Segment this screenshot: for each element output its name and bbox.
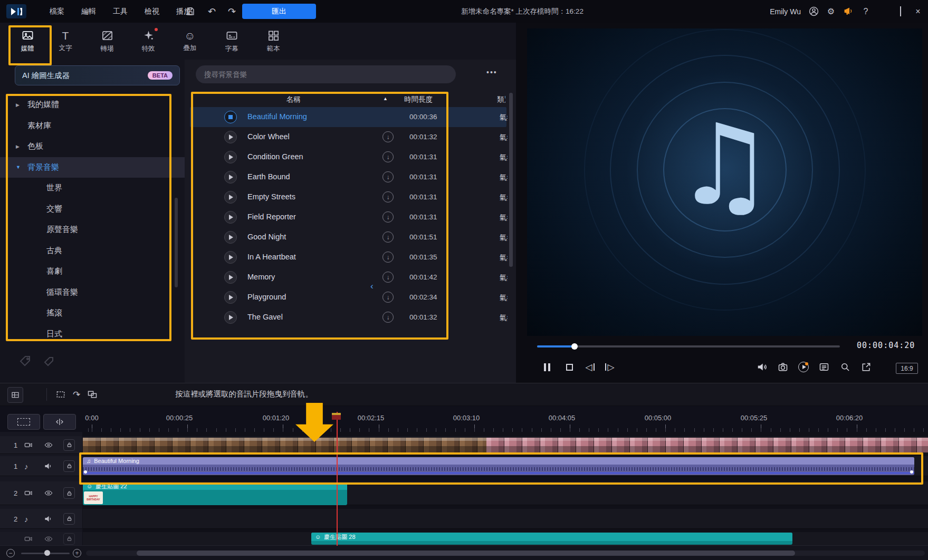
settings-gear-icon[interactable]: ⚙	[826, 6, 836, 16]
tab-text[interactable]: T 文字	[46, 26, 84, 56]
undo-icon[interactable]: ↶	[208, 0, 216, 23]
user-avatar-icon[interactable]	[809, 6, 818, 16]
timeline-ruler[interactable]: 0:00 00:00:25 00:01:20 00:02:15 00:03:10…	[83, 412, 928, 432]
sidebar-item-japanese[interactable]: 日式	[0, 324, 185, 345]
volume-icon[interactable]	[755, 361, 769, 373]
video-clip-thumbnails-wood[interactable]	[83, 438, 486, 452]
music-row[interactable]: Color Wheel ↓ 00:01:32 氣氛	[190, 127, 506, 147]
stop-button[interactable]	[224, 111, 237, 123]
download-icon[interactable]: ↓	[382, 312, 394, 323]
music-row[interactable]: The Gavel ↓ 00:01:32 氣氛	[190, 307, 506, 327]
sidebar-item-my-media[interactable]: ▶ 我的媒體	[0, 94, 185, 115]
menu-play[interactable]: 播放	[168, 7, 199, 16]
undock-window-icon[interactable]	[859, 361, 873, 373]
play-button[interactable]	[224, 231, 237, 244]
tab-template[interactable]: 範本	[254, 26, 292, 56]
play-button[interactable]	[224, 251, 237, 264]
music-row-beautiful-morning[interactable]: Beautiful Morning 00:00:36 氣氛	[190, 107, 506, 127]
download-icon[interactable]: ↓	[382, 211, 394, 223]
tab-transition[interactable]: 轉場	[88, 26, 126, 56]
lock-track-button[interactable]	[63, 460, 75, 472]
speaker-mute-icon[interactable]	[44, 515, 53, 523]
sidebar-item-background-music[interactable]: ▼ 背景音樂	[0, 157, 185, 178]
snapshot-camera-icon[interactable]	[776, 361, 790, 373]
menu-edit[interactable]: 編輯	[73, 7, 104, 16]
tab-media[interactable]: 媒體	[8, 26, 46, 56]
music-row[interactable]: Playground ↓ 00:02:34 氣氛	[190, 287, 506, 307]
track-header-audio-1[interactable]: 1 ♪	[0, 456, 82, 476]
megaphone-icon[interactable]	[844, 6, 853, 16]
horizontal-scrollbar-thumb[interactable]	[137, 551, 795, 556]
lock-track-button[interactable]	[63, 533, 75, 545]
arrange-clips-icon[interactable]: ↷	[70, 388, 83, 401]
stop-button[interactable]	[562, 361, 576, 373]
maximize-icon[interactable]	[896, 7, 905, 16]
aspect-ratio-badge[interactable]: 16:9	[896, 363, 918, 374]
tag-outline-icon[interactable]	[42, 355, 55, 368]
music-row[interactable]: Good Night ↓ 00:01:51 氣氛	[190, 227, 506, 247]
sort-ascending-icon[interactable]: ▲	[383, 96, 388, 101]
tab-overlay[interactable]: ☺ 疊加	[171, 26, 209, 56]
audio-track-2-lane[interactable]	[83, 509, 928, 529]
track-manager-button[interactable]	[7, 387, 23, 403]
music-row[interactable]: In A Heartbeat ↓ 00:01:35 氣氛	[190, 247, 506, 267]
sidebar-item-color-boards[interactable]: ▶ 色板	[0, 136, 185, 157]
lock-track-button[interactable]	[63, 513, 75, 525]
preview-quality-list-icon[interactable]	[817, 361, 831, 373]
menu-view[interactable]: 檢視	[136, 7, 168, 16]
sticker-clip-22[interactable]: ☺慶生貼圖 22 HAPPY BIRTHDAY	[83, 482, 347, 505]
tab-subtitle[interactable]: 字幕	[213, 26, 251, 56]
sidebar-item-symphony[interactable]: 交響	[0, 199, 185, 220]
save-icon[interactable]	[186, 0, 195, 23]
download-icon[interactable]: ↓	[382, 171, 394, 182]
sidebar-item-classical[interactable]: 古典	[0, 240, 185, 262]
video-track-3-lane[interactable]: ☺慶生貼圖 28	[83, 532, 928, 546]
sidebar-item-rock[interactable]: 搖滾	[0, 303, 185, 324]
sidebar-item-comedy[interactable]: 喜劇	[0, 261, 185, 282]
sidebar-item-loops[interactable]: 循環音樂	[0, 282, 185, 303]
tab-effect[interactable]: 特效	[129, 26, 167, 56]
audio-track-1-lane[interactable]: ♫Beautiful Morning	[83, 456, 928, 476]
download-icon[interactable]: ↓	[382, 292, 394, 303]
playhead-line[interactable]	[337, 412, 338, 546]
track-header-video-2[interactable]: 2	[0, 481, 82, 505]
eye-visibility-icon[interactable]	[44, 489, 53, 497]
sidebar-item-world[interactable]: 世界	[0, 178, 185, 199]
export-button[interactable]: 匯出	[242, 4, 316, 19]
sticker-clip-28[interactable]: ☺慶生貼圖 28	[311, 533, 792, 545]
track-header-audio-2[interactable]: 2 ♪	[0, 509, 82, 529]
tag-icon[interactable]	[19, 355, 32, 368]
range-select-button[interactable]	[7, 414, 40, 430]
crossfade-clips-icon[interactable]	[85, 388, 99, 401]
zoom-out-button[interactable]: −	[6, 549, 15, 557]
download-icon[interactable]: ↓	[382, 191, 394, 202]
menu-file[interactable]: 檔案	[41, 7, 73, 16]
redo-icon[interactable]: ↷	[228, 0, 236, 23]
playback-knob[interactable]	[571, 343, 578, 350]
video-clip-thumbnails-crowd[interactable]	[486, 438, 928, 452]
render-preview-icon[interactable]	[797, 361, 810, 373]
play-button[interactable]	[224, 191, 237, 204]
playhead-grip[interactable]	[332, 413, 341, 420]
download-icon[interactable]: ↓	[382, 252, 394, 263]
horizontal-scrollbar[interactable]	[86, 551, 925, 556]
keyframe-dot[interactable]	[84, 470, 87, 474]
sidebar-item-stock-library[interactable]: 素材庫	[0, 115, 185, 137]
zoom-magnifier-icon[interactable]	[838, 361, 852, 373]
column-category[interactable]: 類別	[497, 95, 505, 104]
eye-visibility-icon[interactable]	[44, 441, 53, 449]
music-row[interactable]: Earth Bound ↓ 00:01:31 氣氛	[190, 167, 506, 187]
expand-arrow-icon[interactable]: ▶	[16, 144, 20, 149]
lock-track-button[interactable]	[63, 439, 75, 451]
play-button[interactable]	[224, 171, 237, 184]
column-name[interactable]: 名稱	[279, 95, 308, 104]
track-header-video-1[interactable]: 1	[0, 436, 82, 454]
zoom-slider-knob[interactable]	[44, 550, 50, 556]
app-logo-icon[interactable]	[6, 4, 26, 18]
play-button[interactable]	[224, 131, 237, 143]
previous-frame-button[interactable]: ◁	[583, 361, 597, 373]
download-icon[interactable]: ↓	[382, 272, 394, 283]
next-frame-button[interactable]: ▷	[603, 361, 617, 373]
library-scrollbar[interactable]	[509, 93, 513, 378]
play-button[interactable]	[224, 211, 237, 224]
